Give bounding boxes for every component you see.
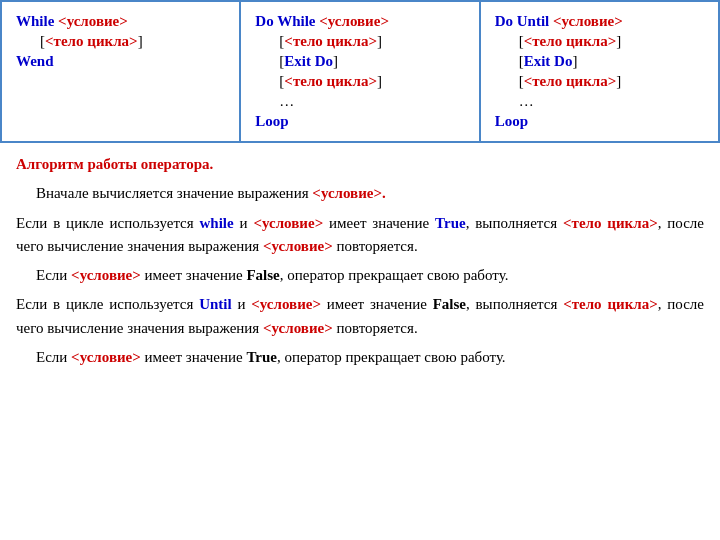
do-while-keyword: Do While <box>255 13 319 29</box>
desc-p5-text1: Если <box>36 349 71 365</box>
desc-p2-text6: повторяется. <box>333 238 418 254</box>
desc-p4-false: False <box>433 296 466 312</box>
desc-p4-text2: и <box>232 296 252 312</box>
desc-p5-true: True <box>246 349 277 365</box>
desc-p4-text6: повторяется. <box>333 320 418 336</box>
desc-p2: Если в цикле используется while и <услов… <box>16 212 704 259</box>
desc-p4-body: <тело цикла> <box>563 296 658 312</box>
desc-p4-cond2: <условие> <box>263 320 333 336</box>
do-until-ellipsis: … <box>519 93 704 110</box>
while-keyword: While <box>16 13 58 29</box>
desc-p2-body: <тело цикла> <box>563 215 658 231</box>
desc-p2-text1: Если в цикле используется <box>16 215 200 231</box>
desc-p3-text1: Если <box>36 267 71 283</box>
do-until-exit: [Exit Do] <box>519 53 704 70</box>
desc-p2-text4: , выполняется <box>466 215 563 231</box>
desc-p2-cond: <условие> <box>253 215 323 231</box>
desc-p1-cond: <условие>. <box>312 185 385 201</box>
desc-p5-cond: <условие> <box>71 349 141 365</box>
desc-p4-text4: , выполняется <box>466 296 563 312</box>
desc-p3-text2: имеет значение <box>141 267 247 283</box>
do-until-cond: <условие> <box>553 13 623 29</box>
while-body1: [<тело цикла>] <box>40 33 225 50</box>
col-do-while: Do While <условие> [<тело цикла>] [Exit … <box>240 1 479 142</box>
do-while-ellipsis: … <box>279 93 464 110</box>
do-until-keyword: Do Until <box>495 13 553 29</box>
desc-p3-false: False <box>246 267 279 283</box>
desc-p4-text1: Если в цикле используется <box>16 296 199 312</box>
desc-p1: Вначале вычисляется значение выражения <… <box>36 182 704 205</box>
do-while-loop: Loop <box>255 113 464 130</box>
desc-p2-text2: и <box>234 215 254 231</box>
do-while-body1: [<тело цикла>] <box>279 33 464 50</box>
desc-p4-text3: имеет значение <box>321 296 433 312</box>
desc-p3: Если <условие> имеет значение False, опе… <box>36 264 704 287</box>
do-while-body2: [<тело цикла>] <box>279 73 464 90</box>
desc-p2-true: True <box>435 215 466 231</box>
col-do-until: Do Until <условие> [<тело цикла>] [Exit … <box>480 1 719 142</box>
desc-p5-text2: имеет значение <box>141 349 247 365</box>
desc-p3-text3: , оператор прекращает свою работу. <box>280 267 509 283</box>
do-while-exit: [Exit Do] <box>279 53 464 70</box>
do-while-cond: <условие> <box>319 13 389 29</box>
desc-p2-text3: имеет значение <box>323 215 435 231</box>
desc-p2-while: while <box>200 215 234 231</box>
desc-p4-cond: <условие> <box>251 296 321 312</box>
wend-keyword: Wend <box>16 53 225 70</box>
syntax-table: While <условие> [<тело цикла>] Wend Do W… <box>0 0 720 143</box>
desc-p1-text: Вначале вычисляется значение выражения <box>36 185 312 201</box>
desc-p3-cond: <условие> <box>71 267 141 283</box>
desc-title: Алгоритм работы оператора. <box>16 153 704 176</box>
col-while: While <условие> [<тело цикла>] Wend <box>1 1 240 142</box>
description-section: Алгоритм работы оператора. Вначале вычис… <box>0 143 720 385</box>
do-until-body1: [<тело цикла>] <box>519 33 704 50</box>
desc-p4: Если в цикле используется Until и <услов… <box>16 293 704 340</box>
desc-p4-until: Until <box>199 296 232 312</box>
desc-p5: Если <условие> имеет значение True, опер… <box>36 346 704 369</box>
do-until-loop: Loop <box>495 113 704 130</box>
do-until-body2: [<тело цикла>] <box>519 73 704 90</box>
while-cond: <условие> <box>58 13 128 29</box>
desc-p2-cond2: <условие> <box>263 238 333 254</box>
desc-p5-text3: , оператор прекращает свою работу. <box>277 349 506 365</box>
